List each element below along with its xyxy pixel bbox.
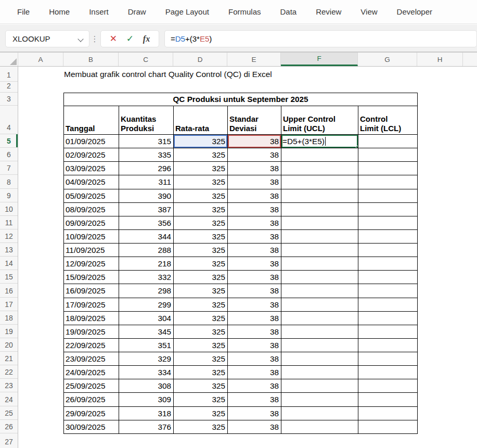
menu-tab[interactable]: Review [316,7,341,16]
date-cell[interactable]: 19/09/2025 [64,325,119,339]
ucl-cell[interactable] [281,175,358,189]
qty-cell[interactable]: 308 [119,379,174,393]
name-box[interactable]: XLOOKUP [5,30,89,47]
sd-cell[interactable]: 38 [228,216,281,230]
grip-dots-icon[interactable]: ⋮ [92,30,98,47]
sd-cell[interactable]: 38 [228,298,281,312]
avg-cell[interactable]: 325 [174,216,228,230]
lcl-cell[interactable] [358,271,418,284]
row-header[interactable]: 15 [0,270,18,284]
avg-cell[interactable]: 325 [174,189,228,203]
column-header-b[interactable]: B [63,53,119,66]
ucl-cell[interactable] [281,312,358,325]
date-cell[interactable]: 08/09/2025 [64,203,119,216]
lcl-cell[interactable] [358,379,418,393]
table-title-cell[interactable]: QC Produksi untuk September 2025 [64,93,418,106]
qty-cell[interactable]: 344 [119,230,174,244]
ucl-cell[interactable] [281,189,358,203]
row-header[interactable]: 21 [0,352,18,365]
date-cell[interactable]: 11/09/2025 [64,244,119,257]
sd-cell[interactable]: 38 [228,366,281,379]
date-cell[interactable]: 16/09/2025 [64,284,119,298]
sd-cell[interactable]: 38 [228,407,281,420]
row-header[interactable]: 18 [0,311,18,325]
lcl-cell[interactable] [358,189,418,203]
lcl-cell[interactable] [358,257,418,271]
ucl-cell[interactable] [281,339,358,352]
sd-cell[interactable]: 38 [228,312,281,325]
lcl-cell[interactable] [358,162,418,175]
qty-cell[interactable]: 311 [119,175,174,189]
qty-cell[interactable]: 356 [119,216,174,230]
avg-cell[interactable]: 325 [174,379,228,393]
row-header[interactable]: 10 [0,202,18,216]
row-header[interactable]: 16 [0,284,18,297]
avg-cell[interactable]: 325 [174,284,228,298]
selection-handle[interactable] [174,147,175,148]
ucl-cell[interactable] [281,284,358,298]
avg-cell[interactable]: 325 [174,407,228,420]
column-header-partial[interactable] [463,53,477,66]
qty-cell[interactable]: 376 [119,420,174,434]
table-header-rata-rata[interactable]: Rata-rata [174,106,228,135]
sd-cell[interactable]: 38 [228,203,281,216]
date-cell[interactable]: 17/09/2025 [64,298,119,312]
avg-cell[interactable]: 325 [174,230,228,244]
qty-cell[interactable]: 296 [119,162,174,175]
menu-tab[interactable]: Formulas [228,7,261,16]
row-header[interactable]: 19 [0,325,18,338]
column-header-e[interactable]: E [227,53,281,66]
row-header[interactable]: 5 [0,134,18,148]
date-cell[interactable]: 25/09/2025 [64,379,119,393]
cell-f5-active-formula[interactable]: =D5+(3*E5) [281,135,358,148]
ucl-cell[interactable] [281,162,358,175]
date-cell[interactable]: 18/09/2025 [64,312,119,325]
row-header[interactable]: 25 [0,406,18,420]
date-cell[interactable]: 12/09/2025 [64,257,119,271]
row-header[interactable]: 4 [0,106,18,134]
sd-cell[interactable]: 38 [228,175,281,189]
menu-tab[interactable]: Insert [89,7,109,16]
row-header[interactable]: 6 [0,148,18,161]
lcl-cell[interactable] [358,148,418,162]
lcl-cell[interactable] [358,298,418,312]
sd-cell[interactable]: 38 [228,325,281,339]
fill-handle[interactable] [356,146,358,148]
ucl-cell[interactable] [281,230,358,244]
avg-cell[interactable]: 325 [174,175,228,189]
avg-cell[interactable]: 325 [174,271,228,284]
sd-cell[interactable]: 38 [228,271,281,284]
menu-tab[interactable]: File [17,7,30,16]
lcl-cell-g5[interactable] [358,135,418,148]
qty-cell[interactable]: 298 [119,284,174,298]
row-header[interactable]: 7 [0,161,18,175]
sd-cell[interactable]: 38 [228,257,281,271]
cell-d5-selected-ref[interactable]: 325 [174,135,228,148]
cell-e5-selected-ref[interactable]: 38 [228,135,281,148]
table-header-lcl[interactable]: Control Limit (LCL) [358,106,418,135]
date-cell[interactable]: 24/09/2025 [64,366,119,379]
row-header[interactable]: 3 [0,93,18,106]
column-header-f-selected[interactable]: F [281,53,358,66]
date-cell-b5[interactable]: 01/09/2025 [64,135,119,148]
avg-cell[interactable]: 325 [174,312,228,325]
row-header[interactable]: 12 [0,229,18,243]
row-header[interactable]: 14 [0,257,18,270]
sd-cell[interactable]: 38 [228,189,281,203]
lcl-cell[interactable] [358,407,418,420]
ucl-cell[interactable] [281,148,358,162]
table-header-tanggal[interactable]: Tanggal [64,106,119,135]
qty-cell[interactable]: 335 [119,148,174,162]
chevron-down-icon[interactable] [79,36,84,42]
selection-handle[interactable] [174,135,175,136]
lcl-cell[interactable] [358,284,418,298]
row-header[interactable]: 11 [0,216,18,229]
ucl-cell[interactable] [281,352,358,366]
qty-cell[interactable]: 351 [119,339,174,352]
insert-function-button[interactable]: fx [143,34,150,44]
menu-tab[interactable]: Page Layout [165,7,209,16]
date-cell[interactable]: 09/09/2025 [64,216,119,230]
date-cell[interactable]: 30/09/2025 [64,420,119,434]
column-header-h[interactable]: H [417,53,463,66]
ucl-cell[interactable] [281,366,358,379]
